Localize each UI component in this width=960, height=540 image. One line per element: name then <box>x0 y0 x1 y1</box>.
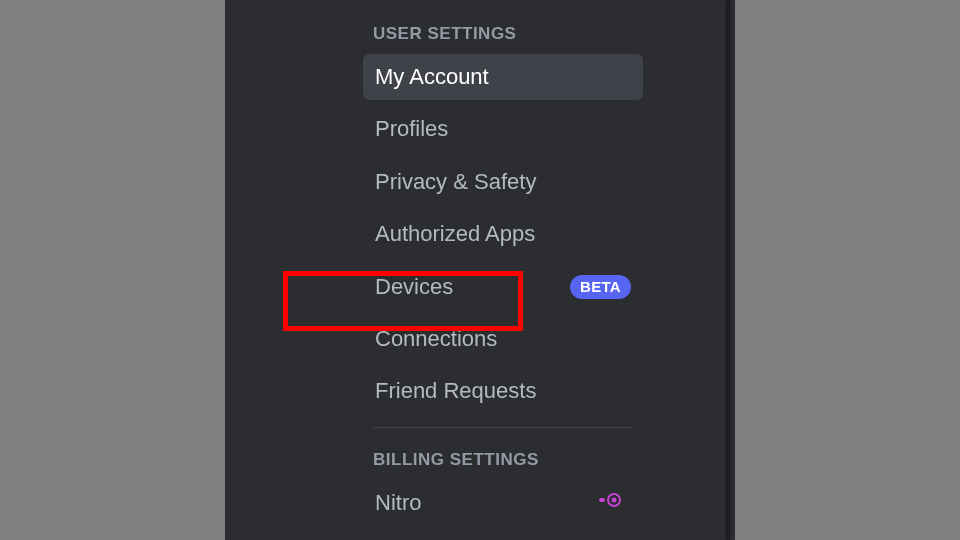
scrollbar[interactable] <box>725 0 731 540</box>
nitro-icon <box>599 492 621 513</box>
svg-rect-2 <box>599 498 605 502</box>
sidebar-item-privacy-safety[interactable]: Privacy & Safety <box>363 159 643 205</box>
svg-point-1 <box>612 498 617 503</box>
sidebar-item-nitro[interactable]: Nitro <box>363 480 643 526</box>
beta-badge: BETA <box>570 275 631 299</box>
sidebar-item-label: Connections <box>375 326 497 352</box>
settings-sidebar: USER SETTINGS My Account Profiles Privac… <box>363 18 703 526</box>
section-header-user-settings: USER SETTINGS <box>363 18 703 54</box>
sidebar-item-connections[interactable]: Connections <box>363 316 643 362</box>
section-separator <box>373 427 633 428</box>
settings-panel: USER SETTINGS My Account Profiles Privac… <box>225 0 735 540</box>
sidebar-item-label: Authorized Apps <box>375 221 535 247</box>
sidebar-item-label: Friend Requests <box>375 378 536 404</box>
sidebar-item-authorized-apps[interactable]: Authorized Apps <box>363 211 643 257</box>
sidebar-item-label: Profiles <box>375 116 448 142</box>
sidebar-item-label: My Account <box>375 64 489 90</box>
sidebar-item-friend-requests[interactable]: Friend Requests <box>363 368 643 414</box>
sidebar-item-profiles[interactable]: Profiles <box>363 106 643 152</box>
sidebar-item-label: Nitro <box>375 490 421 516</box>
section-header-billing-settings: BILLING SETTINGS <box>363 444 703 480</box>
sidebar-item-devices[interactable]: Devices BETA <box>363 264 643 310</box>
sidebar-item-label: Devices <box>375 274 453 300</box>
sidebar-item-my-account[interactable]: My Account <box>363 54 643 100</box>
sidebar-item-label: Privacy & Safety <box>375 169 536 195</box>
